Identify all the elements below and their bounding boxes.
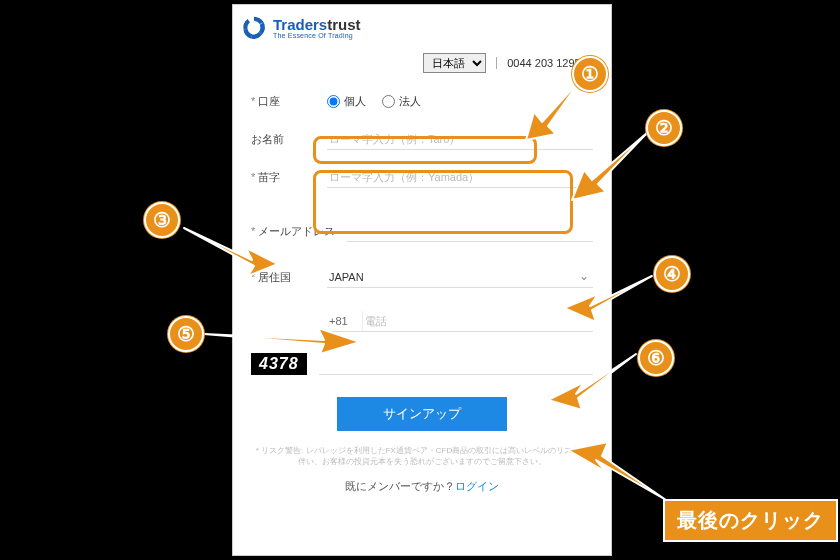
email-label: メールアドレス	[251, 224, 347, 239]
annotation-badge: ⑤	[168, 316, 204, 352]
logo-icon	[241, 15, 267, 41]
annotation-badge: ②	[646, 110, 682, 146]
account-type-label: 口座	[251, 94, 327, 109]
account-corporate-radio[interactable]: 法人	[382, 94, 421, 109]
surname-field[interactable]	[327, 167, 593, 188]
logo: Traderstrust The Essence Of Trading	[233, 5, 611, 47]
captcha-image: 4378	[251, 353, 307, 375]
login-link[interactable]: ログイン	[455, 480, 499, 492]
risk-disclaimer: * リスク警告: レバレッジを利用したFX通貨ペア・CFD商品の取引には高いレベ…	[251, 445, 593, 467]
email-field[interactable]	[347, 221, 593, 242]
surname-label: 苗字	[251, 170, 327, 185]
account-personal-radio[interactable]: 個人	[327, 94, 366, 109]
signup-form: 口座 個人 法人 お名前 苗字 メールアドレス 居住国 JAPAN +81	[233, 85, 611, 494]
name-field[interactable]	[327, 129, 593, 150]
already-member: 既にメンバーですか？ログイン	[251, 479, 593, 494]
phone-field[interactable]	[363, 311, 593, 331]
topbar: 日本語 0044 203 1295899	[233, 47, 611, 79]
signup-button[interactable]: サインアップ	[337, 397, 507, 431]
signup-window: Traderstrust The Essence Of Trading 日本語 …	[232, 4, 612, 556]
country-select[interactable]: JAPAN	[327, 267, 593, 288]
phone-country-code[interactable]: +81	[327, 311, 363, 331]
final-click-label: 最後のクリック	[663, 499, 838, 542]
annotation-badge: ③	[144, 202, 180, 238]
logo-tagline: The Essence Of Trading	[273, 32, 361, 39]
country-label: 居住国	[251, 270, 327, 285]
annotation-badge: ④	[654, 256, 690, 292]
name-label: お名前	[251, 132, 327, 147]
logo-text: Traderstrust	[273, 17, 361, 32]
language-select[interactable]: 日本語	[423, 53, 486, 73]
annotation-badge: ①	[572, 56, 608, 92]
captcha-field[interactable]	[319, 354, 593, 375]
annotation-badge: ⑥	[638, 340, 674, 376]
